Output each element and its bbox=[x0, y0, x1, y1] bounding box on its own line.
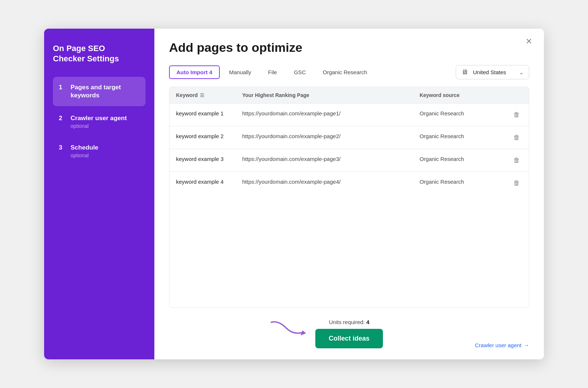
cell-url: https://yourdomain.com/example-page4/ bbox=[236, 172, 413, 195]
step-number-1: 1 bbox=[59, 84, 66, 91]
step-number-2: 2 bbox=[59, 115, 66, 122]
table-header-row: Keyword ☰ Your Highest Ranking Page Keyw… bbox=[169, 87, 529, 104]
tab-organic-research[interactable]: Organic Research bbox=[315, 65, 374, 79]
sidebar-title: On Page SEO Checker Settings bbox=[53, 43, 146, 64]
col-page: Your Highest Ranking Page bbox=[236, 87, 413, 104]
col-source: Keyword source bbox=[413, 87, 505, 104]
col-keyword: Keyword ☰ bbox=[169, 87, 236, 104]
cell-url: https://yourdomain.com/example-page3/ bbox=[236, 149, 413, 172]
sidebar: On Page SEO Checker Settings 1 Pages and… bbox=[44, 29, 154, 359]
tabs-row: Auto Import 4 Manually File GSC Organic … bbox=[169, 65, 529, 79]
chevron-down-icon: ⌄ bbox=[519, 69, 524, 75]
country-name: United States bbox=[473, 69, 516, 75]
keywords-table: Keyword ☰ Your Highest Ranking Page Keyw… bbox=[169, 87, 529, 194]
step-number-3: 3 bbox=[59, 144, 66, 151]
page-title: Add pages to optimize bbox=[169, 40, 529, 55]
sidebar-step-3[interactable]: 3 Schedule optional bbox=[53, 137, 146, 165]
cell-url: https://yourdomain.com/example-page2/ bbox=[236, 126, 413, 149]
sidebar-step-1[interactable]: 1 Pages and target keywords bbox=[53, 77, 146, 106]
cell-delete: 🗑 bbox=[505, 104, 529, 126]
table-row: keyword example 3https://yourdomain.com/… bbox=[169, 149, 529, 172]
cell-keyword: keyword example 3 bbox=[169, 149, 236, 172]
tab-file[interactable]: File bbox=[261, 65, 284, 79]
cell-source: Organic Research bbox=[413, 149, 505, 172]
delete-row-button[interactable]: 🗑 bbox=[511, 156, 522, 165]
cell-source: Organic Research bbox=[413, 126, 505, 149]
table-row: keyword example 2https://yourdomain.com/… bbox=[169, 126, 529, 149]
country-select[interactable]: 🖥 United States ⌄ bbox=[456, 65, 529, 79]
cell-keyword: keyword example 4 bbox=[169, 172, 236, 195]
arrow-right-icon: → bbox=[524, 342, 529, 348]
tab-manually[interactable]: Manually bbox=[222, 65, 259, 79]
delete-row-button[interactable]: 🗑 bbox=[511, 133, 522, 142]
cell-delete: 🗑 bbox=[505, 149, 529, 172]
monitor-icon: 🖥 bbox=[461, 68, 468, 76]
step-sublabel-2: optional bbox=[71, 123, 127, 129]
cell-url: https://yourdomain.com/example-page1/ bbox=[236, 104, 413, 126]
cell-delete: 🗑 bbox=[505, 172, 529, 195]
arrow-decoration bbox=[268, 319, 312, 341]
table-row: keyword example 4https://yourdomain.com/… bbox=[169, 172, 529, 195]
tab-gsc[interactable]: GSC bbox=[287, 65, 313, 79]
close-button[interactable]: ✕ bbox=[523, 36, 535, 47]
table-wrapper: Keyword ☰ Your Highest Ranking Page Keyw… bbox=[169, 87, 529, 308]
cell-source: Organic Research bbox=[413, 172, 505, 195]
cell-keyword: keyword example 2 bbox=[169, 126, 236, 149]
col-actions bbox=[505, 87, 529, 104]
cell-source: Organic Research bbox=[413, 104, 505, 126]
cell-keyword: keyword example 1 bbox=[169, 104, 236, 126]
step-sublabel-3: optional bbox=[71, 152, 98, 158]
footer-area: Units required: 4 Collect ideas Crawler … bbox=[169, 319, 529, 348]
filter-icon: ☰ bbox=[200, 93, 204, 98]
collect-btn-area: Collect ideas bbox=[315, 329, 383, 348]
main-content: ✕ Add pages to optimize Auto Import 4 Ma… bbox=[154, 29, 544, 359]
modal-wrapper: On Page SEO Checker Settings 1 Pages and… bbox=[44, 29, 544, 359]
step-label-3: Schedule bbox=[71, 144, 98, 152]
step-label-2: Crawler user agent bbox=[71, 114, 127, 122]
delete-row-button[interactable]: 🗑 bbox=[511, 110, 522, 119]
crawler-user-agent-link[interactable]: Crawler user agent → bbox=[475, 342, 529, 348]
delete-row-button[interactable]: 🗑 bbox=[511, 179, 522, 188]
tab-auto-import[interactable]: Auto Import 4 bbox=[169, 65, 220, 79]
units-text: Units required: 4 bbox=[329, 319, 369, 325]
collect-ideas-button[interactable]: Collect ideas bbox=[315, 329, 383, 348]
step-label-1: Pages and target keywords bbox=[71, 83, 140, 100]
cell-delete: 🗑 bbox=[505, 126, 529, 149]
sidebar-step-2[interactable]: 2 Crawler user agent optional bbox=[53, 108, 146, 136]
table-row: keyword example 1https://yourdomain.com/… bbox=[169, 104, 529, 126]
